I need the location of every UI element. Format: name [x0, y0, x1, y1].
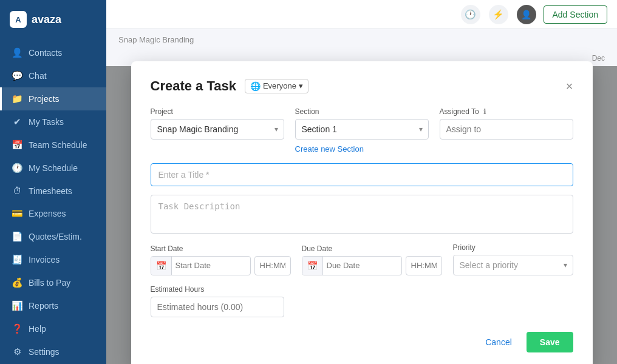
- save-button[interactable]: Save: [527, 332, 573, 352]
- sidebar-label-team-schedule: Team Schedule: [29, 140, 87, 150]
- team-schedule-icon: 📅: [12, 140, 22, 150]
- description-group: [151, 195, 573, 234]
- start-date-label: Start Date: [151, 244, 291, 253]
- modal-footer: Cancel Save: [151, 332, 573, 352]
- expenses-icon: 💳: [12, 208, 22, 219]
- sidebar-item-help[interactable]: ❓ Help: [0, 317, 106, 340]
- priority-select[interactable]: Select a priority Low Medium High Critic…: [453, 255, 573, 275]
- project-select[interactable]: Snap Magic Branding: [151, 119, 284, 140]
- sidebar-item-settings[interactable]: ⚙ Settings: [0, 340, 106, 363]
- start-date-fields: 📅: [151, 256, 291, 275]
- sidebar-label-timesheets: Timesheets: [29, 186, 72, 196]
- assigned-input[interactable]: [440, 119, 573, 140]
- sidebar-label-help: Help: [29, 324, 46, 334]
- section-label: Section: [295, 107, 429, 116]
- sidebar-label-chat: Chat: [29, 71, 47, 81]
- sidebar-label-my-tasks: My Tasks: [29, 117, 64, 127]
- sidebar-label-projects: Projects: [29, 94, 60, 104]
- sidebar-item-my-schedule[interactable]: 🕐 My Schedule: [0, 157, 106, 180]
- quotes-estim-icon: 📄: [12, 231, 22, 242]
- project-section-row: Project Snap Magic Branding ▾ Section: [151, 107, 573, 153]
- project-name: Snap Magic Branding: [118, 35, 194, 44]
- est-hours-label: Estimated Hours: [151, 285, 573, 294]
- sidebar-label-invoices: Invoices: [29, 255, 60, 265]
- visibility-badge[interactable]: 🌐 Everyone ▾: [245, 79, 308, 93]
- description-textarea[interactable]: [151, 195, 573, 234]
- sidebar-label-contacts: Contacts: [29, 48, 62, 58]
- timesheets-icon: ⏱: [12, 186, 22, 196]
- section-group: Section Section 1 ▾ Create new Section: [295, 107, 429, 153]
- date-priority-row: Start Date 📅 Due Date: [151, 243, 573, 275]
- projects-icon: 📁: [12, 93, 22, 104]
- sidebar-item-invoices[interactable]: 🧾 Invoices: [0, 248, 106, 271]
- start-date-group: Start Date 📅: [151, 244, 291, 275]
- due-date-fields: 📅: [302, 256, 442, 275]
- sidebar-item-quotes-estim[interactable]: 📄 Quotes/Estim.: [0, 225, 106, 248]
- due-date-input-wrap: 📅: [302, 256, 402, 275]
- help-icon: ❓: [12, 323, 22, 334]
- sidebar-item-bills-to-pay[interactable]: 💰 Bills to Pay: [0, 271, 106, 294]
- due-date-input[interactable]: [323, 257, 372, 274]
- sidebar-item-contacts[interactable]: 👤 Contacts: [0, 41, 106, 64]
- sidebar-item-expenses[interactable]: 💳 Expenses: [0, 202, 106, 225]
- modal-header: Create a Task 🌐 Everyone ▾ ×: [151, 78, 573, 94]
- start-date-input[interactable]: [172, 257, 220, 274]
- sidebar-item-chat[interactable]: 💬 Chat: [0, 64, 106, 87]
- start-time-input[interactable]: [254, 256, 291, 275]
- clock-icon[interactable]: 🕐: [461, 5, 480, 24]
- priority-select-wrap: Select a priority Low Medium High Critic…: [453, 255, 573, 275]
- priority-group: Priority Select a priority Low Medium Hi…: [453, 243, 573, 275]
- sidebar-item-projects[interactable]: 📁 Projects: [0, 87, 106, 110]
- start-calendar-icon: 📅: [151, 257, 172, 275]
- section-select-wrapper: Section 1 ▾: [295, 119, 429, 140]
- lightning-icon[interactable]: ⚡: [489, 5, 508, 24]
- info-icon: ℹ: [483, 107, 486, 116]
- estimated-hours-group: Estimated Hours: [151, 285, 573, 317]
- modal-title: Create a Task: [151, 78, 236, 94]
- sidebar-item-team-schedule[interactable]: 📅 Team Schedule: [0, 133, 106, 157]
- sidebar-logo: A avaza: [0, 0, 106, 39]
- sidebar-item-timesheets[interactable]: ⏱ Timesheets: [0, 180, 106, 202]
- modal-overlay: Create a Task 🌐 Everyone ▾ × Project: [106, 66, 617, 364]
- my-tasks-icon: ✔: [12, 116, 22, 127]
- sidebar-nav: 👤 Contacts 💬 Chat 📁 Projects ✔ My Tasks …: [0, 39, 106, 364]
- globe-icon: 🌐: [250, 81, 261, 91]
- project-select-wrapper: Snap Magic Branding ▾: [151, 119, 284, 140]
- project-group: Project Snap Magic Branding ▾: [151, 107, 284, 153]
- title-group: [151, 163, 573, 186]
- contacts-icon: 👤: [12, 47, 22, 58]
- my-schedule-icon: 🕐: [12, 163, 22, 174]
- priority-label: Priority: [453, 243, 573, 252]
- create-task-modal: Create a Task 🌐 Everyone ▾ × Project: [131, 61, 593, 365]
- assigned-group: Assigned To ℹ: [440, 107, 573, 153]
- title-input[interactable]: [151, 163, 573, 186]
- assigned-label: Assigned To ℹ: [440, 107, 573, 116]
- avatar[interactable]: 👤: [517, 5, 536, 24]
- create-new-section-link[interactable]: Create new Section: [295, 144, 429, 153]
- main-header: 🕐 ⚡ 👤 Add Section: [106, 0, 617, 29]
- modal-title-row: Create a Task 🌐 Everyone ▾: [151, 78, 308, 94]
- sidebar-label-expenses: Expenses: [29, 209, 66, 218]
- add-section-button[interactable]: Add Section: [544, 5, 608, 24]
- reports-icon: 📊: [12, 300, 22, 311]
- main-body: Create a Task 🌐 Everyone ▾ × Project: [106, 66, 617, 364]
- close-button[interactable]: ×: [566, 80, 573, 92]
- due-calendar-icon: 📅: [302, 257, 323, 275]
- estimated-hours-input[interactable]: [151, 297, 284, 317]
- cancel-button[interactable]: Cancel: [478, 332, 519, 352]
- section-select[interactable]: Section 1: [295, 119, 429, 140]
- sidebar-item-my-tasks[interactable]: ✔ My Tasks: [0, 110, 106, 133]
- due-date-label: Due Date: [302, 244, 442, 253]
- header-icons: 🕐 ⚡ 👤: [461, 5, 536, 24]
- chevron-down-icon: ▾: [299, 81, 303, 90]
- main-content: 🕐 ⚡ 👤 Add Section Snap Magic Branding De…: [106, 0, 617, 364]
- due-time-input[interactable]: [406, 256, 442, 275]
- sidebar-label-quotes-estim: Quotes/Estim.: [29, 232, 82, 241]
- sidebar-label-settings: Settings: [29, 347, 60, 357]
- invoices-icon: 🧾: [12, 254, 22, 265]
- chat-icon: 💬: [12, 70, 22, 81]
- sidebar-label-my-schedule: My Schedule: [29, 163, 78, 173]
- sidebar-item-reports[interactable]: 📊 Reports: [0, 294, 106, 317]
- start-date-input-wrap: 📅: [151, 256, 251, 275]
- sidebar-label-bills-to-pay: Bills to Pay: [29, 278, 70, 288]
